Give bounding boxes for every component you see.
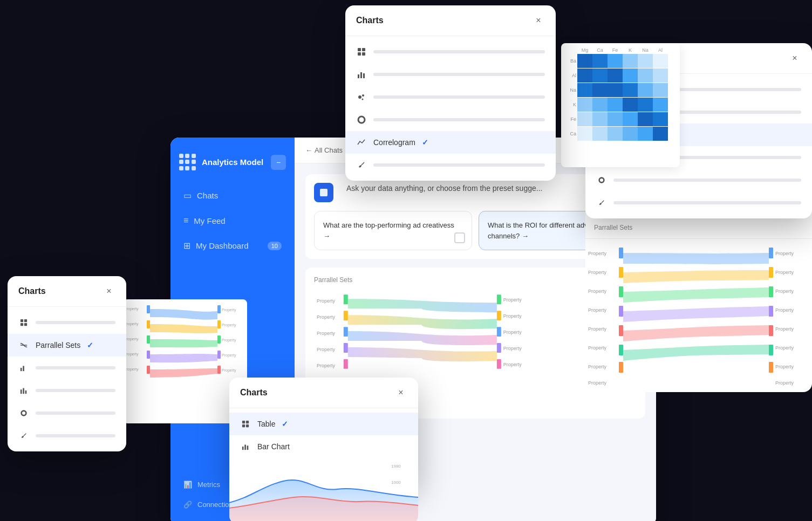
- heatmap-cell: [577, 112, 592, 126]
- svg-rect-65: [246, 424, 249, 427]
- chart-option-correlogram[interactable]: Correlogram ✓: [345, 131, 556, 154]
- svg-rect-127: [619, 248, 623, 258]
- svg-text:Property: Property: [775, 380, 794, 386]
- heatmap-row: Fe: [567, 112, 674, 126]
- charts-modal-table-close[interactable]: ×: [394, 386, 407, 399]
- col-mg: Mg: [577, 47, 592, 53]
- sidebar-item-label: My Feed: [194, 216, 225, 225]
- svg-rect-140: [769, 362, 773, 373]
- correlogram-label: Correlogram: [373, 138, 415, 147]
- svg-rect-50: [147, 351, 150, 359]
- heatmap-cell: [608, 68, 623, 83]
- svg-rect-47: [147, 305, 150, 313]
- sidebar-item-my-dashboard[interactable]: ⊞ My Dashboard 10: [177, 234, 288, 257]
- svg-text:Property: Property: [588, 326, 607, 332]
- svg-rect-13: [497, 327, 501, 337]
- heatmap-col-headers: Mg Ca Fe K Na Al: [577, 47, 674, 53]
- charts-modal-parallel-close[interactable]: ×: [103, 285, 115, 298]
- heatmap-cell: [577, 54, 592, 68]
- svg-text:Property: Property: [588, 345, 607, 351]
- bubble-chart-option-brush[interactable]: [585, 191, 812, 214]
- area-chart-svg: 1980 1000: [229, 460, 418, 521]
- sidebar-item-chats[interactable]: ▭ Chats: [177, 184, 288, 207]
- sidebar-item-my-feed[interactable]: ≡ My Feed: [177, 209, 288, 232]
- svg-text:1980: 1980: [391, 464, 401, 469]
- table-label: Table: [257, 420, 275, 428]
- col-na: Na: [638, 47, 653, 53]
- heatmap-cell: [623, 83, 638, 97]
- svg-rect-62: [242, 421, 245, 423]
- heatmap-cell: [638, 68, 653, 83]
- suggestion-card-1[interactable]: What are the top-performing ad creatives…: [314, 211, 472, 250]
- parallel-chart-option-grid[interactable]: [8, 311, 126, 334]
- svg-text:Property: Property: [588, 289, 607, 294]
- svg-rect-32: [21, 319, 23, 322]
- svg-text:Property: Property: [588, 251, 607, 256]
- heatmap-row-label: Fe: [567, 116, 577, 122]
- svg-rect-63: [246, 421, 249, 423]
- area-chart-preview: 1980 1000: [229, 460, 418, 521]
- brush-icon: [356, 160, 367, 170]
- heatmap-row-label: Na: [567, 87, 577, 93]
- parallel-label: Parrallel Sets: [36, 341, 80, 349]
- chart-option-bar[interactable]: [345, 63, 556, 86]
- back-button[interactable]: ← All Chats: [305, 146, 343, 154]
- table-option-bar[interactable]: Bar Chart: [229, 435, 418, 458]
- bubble-icon: [356, 92, 367, 102]
- parallel-chart-option-bar1[interactable]: [8, 357, 126, 379]
- heatmap-cell: [653, 83, 668, 97]
- table-icon: [240, 419, 251, 429]
- app-name: Analytics Model: [202, 157, 263, 167]
- donut-icon: [356, 114, 367, 125]
- chart-option-donut[interactable]: [345, 108, 556, 131]
- prompt-icon: [314, 183, 333, 202]
- svg-text:Property: Property: [317, 363, 335, 368]
- heatmap-cell: [653, 54, 668, 68]
- heatmap-cell: [577, 68, 592, 83]
- svg-text:Property: Property: [317, 331, 335, 336]
- svg-rect-129: [619, 286, 623, 297]
- heatmap-row-label: Ba: [567, 58, 577, 64]
- col-al: Al: [653, 47, 668, 53]
- chart-option-bubble[interactable]: [345, 86, 556, 108]
- svg-rect-136: [769, 286, 773, 297]
- svg-text:Property: Property: [775, 307, 794, 313]
- chart-option-brush[interactable]: [345, 154, 556, 176]
- connections-icon: 🔗: [183, 501, 192, 509]
- svg-rect-68: [247, 445, 249, 450]
- grid-icon: [356, 46, 367, 57]
- heatmap-row: Ca: [567, 127, 674, 141]
- svg-text:Property: Property: [124, 352, 139, 357]
- charts-modal-correlogram-close[interactable]: ×: [532, 14, 545, 27]
- suggestion-checkbox-1[interactable]: [454, 232, 465, 243]
- minimize-button[interactable]: −: [271, 155, 286, 170]
- heatmap-cell: [653, 68, 668, 83]
- heatmap-cell: [623, 68, 638, 83]
- parallel-bar1-preview: [36, 366, 115, 369]
- svg-text:Property: Property: [775, 326, 794, 332]
- svg-rect-139: [769, 345, 773, 355]
- parallel-chart-option-donut[interactable]: [8, 402, 126, 424]
- svg-rect-14: [497, 343, 501, 353]
- chart-option-grid[interactable]: [345, 40, 556, 63]
- parallel-donut-icon: [18, 408, 29, 419]
- table-option-table[interactable]: Table ✓: [229, 413, 418, 435]
- parallel-chart-option-parallel[interactable]: Parrallel Sets ✓: [8, 334, 126, 357]
- heatmap-cell: [592, 54, 608, 68]
- charts-modal-table-title: Charts: [240, 388, 268, 397]
- heatmap-row: Na: [567, 83, 674, 97]
- parallel-donut-preview: [36, 412, 115, 415]
- charts-modal-bubble-close[interactable]: ×: [788, 52, 801, 65]
- bubble-chart-option-donut[interactable]: [585, 169, 812, 191]
- svg-rect-138: [769, 325, 773, 336]
- parallel-right-svg: Property Property Property Property Prop…: [585, 239, 812, 390]
- svg-rect-35: [24, 323, 27, 326]
- svg-rect-54: [217, 335, 221, 344]
- parallel-chart-option-brush[interactable]: [8, 424, 126, 447]
- svg-text:Property: Property: [222, 308, 236, 312]
- heatmap-cell: [623, 112, 638, 126]
- sidebar-item-label: My Dashboard: [196, 241, 249, 250]
- parallel-chart-option-bar2[interactable]: [8, 379, 126, 402]
- parallel-bar2-preview: [36, 389, 115, 392]
- all-chats-label: All Chats: [315, 146, 343, 154]
